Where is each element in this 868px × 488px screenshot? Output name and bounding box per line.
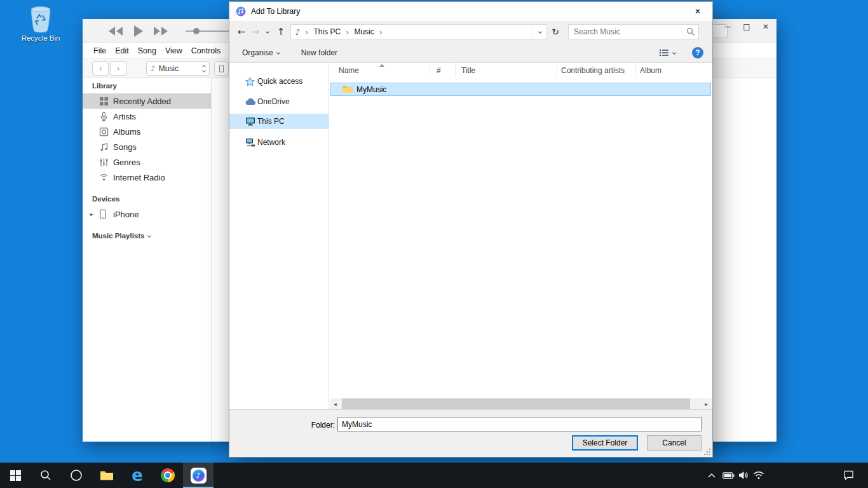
select-folder-button[interactable]: Select Folder — [572, 435, 638, 451]
itunes-maximize-icon[interactable]: □ — [737, 20, 756, 33]
column-header-title[interactable]: Title — [456, 63, 557, 78]
sidebar-item-internet-radio[interactable]: Internet Radio — [83, 170, 211, 185]
sidebar-item-songs[interactable]: Songs — [83, 139, 211, 154]
dialog-titlebar[interactable]: Add To Library ✕ — [229, 2, 712, 21]
music-note-icon — [99, 142, 109, 152]
itunes-back-button[interactable]: ‹ — [92, 61, 109, 76]
column-header-album[interactable]: Album — [636, 63, 712, 78]
breadcrumb-this-pc[interactable]: This PC — [314, 27, 341, 36]
sidebar-item-artists[interactable]: Artists — [83, 109, 211, 124]
nav-item-quick-access[interactable]: Quick access — [229, 74, 329, 89]
tray-volume-button[interactable] — [736, 463, 751, 488]
itunes-forward-button[interactable]: › — [110, 61, 126, 76]
organise-button[interactable]: Organise — [242, 48, 280, 57]
scroll-left-icon[interactable]: ◂ — [330, 398, 341, 409]
address-bar[interactable]: ♪ › This PC › Music › — [290, 24, 547, 39]
menu-controls[interactable]: Controls — [191, 46, 221, 55]
back-icon[interactable]: ← — [236, 26, 247, 37]
menu-edit[interactable]: Edit — [115, 46, 129, 55]
play-button[interactable] — [133, 25, 143, 37]
sidebar-item-iphone[interactable]: ▸ iPhone — [83, 207, 211, 222]
volume-slider[interactable] — [186, 30, 231, 32]
taskbar-search-button[interactable] — [31, 463, 61, 488]
crumb-separator: › — [379, 27, 383, 37]
folder-icon — [100, 470, 114, 481]
chrome-button[interactable] — [153, 463, 183, 488]
crumb-separator: › — [346, 27, 349, 37]
itunes-sidebar: Library Recently Added Artists Albums So… — [83, 78, 212, 442]
folder-name-input[interactable] — [337, 417, 702, 431]
search-icon[interactable] — [686, 27, 695, 36]
forward-icon[interactable]: → — [250, 26, 261, 37]
media-kind-stepper[interactable] — [203, 65, 205, 72]
column-header-name[interactable]: Name — [330, 63, 430, 78]
search-input[interactable] — [569, 25, 683, 38]
wifi-icon — [753, 471, 764, 480]
recent-locations-chevron-icon[interactable] — [266, 30, 269, 34]
menu-view[interactable]: View — [165, 46, 182, 55]
up-icon[interactable]: ↑ — [275, 26, 287, 37]
search-box[interactable] — [568, 24, 699, 39]
cortana-button[interactable] — [61, 463, 92, 488]
sidebar-item-genres[interactable]: Genres — [83, 154, 211, 170]
fast-forward-button[interactable] — [153, 27, 168, 36]
media-kind-value: Music — [159, 64, 179, 73]
device-button[interactable] — [214, 61, 229, 76]
recycle-bin-shortcut[interactable]: Recycle Bin — [17, 5, 65, 42]
expander-icon[interactable]: ▸ — [90, 211, 93, 217]
chevron-up-icon — [707, 473, 716, 478]
battery-icon — [722, 472, 735, 479]
folder-icon — [342, 85, 353, 93]
dialog-title: Add To Library — [251, 7, 300, 16]
change-view-button[interactable] — [659, 48, 675, 57]
volume-slider-knob[interactable] — [193, 28, 200, 34]
speaker-icon — [738, 471, 749, 480]
tray-expand-button[interactable] — [704, 463, 719, 488]
column-header-number[interactable]: # — [430, 63, 456, 78]
action-center-button[interactable] — [839, 463, 858, 488]
menu-song[interactable]: Song — [138, 46, 156, 55]
chrome-icon — [161, 468, 175, 482]
menu-file[interactable]: File — [93, 46, 106, 55]
new-folder-button[interactable]: New folder — [301, 48, 337, 57]
edge-button[interactable]: e — [122, 463, 153, 488]
help-button[interactable]: ? — [692, 47, 703, 58]
rewind-button[interactable] — [108, 27, 123, 36]
sidebar-item-recently-added[interactable]: Recently Added — [83, 93, 211, 109]
edge-icon: e — [132, 467, 143, 484]
column-header-contributing-artists[interactable]: Contributing artists — [557, 63, 636, 78]
media-kind-select[interactable]: ♪ Music — [146, 61, 210, 76]
sliders-icon — [99, 158, 109, 167]
monitor-icon — [245, 117, 255, 126]
sidebar-item-albums[interactable]: Albums — [83, 124, 211, 139]
itunes-button[interactable]: ♪ — [183, 463, 214, 488]
horizontal-scrollbar[interactable]: ◂ ▸ — [330, 398, 712, 409]
file-row-mymusic[interactable]: MyMusic — [330, 83, 711, 96]
nav-item-this-pc[interactable]: This PC — [229, 114, 329, 129]
itunes-app-icon — [236, 6, 246, 17]
start-button[interactable] — [0, 463, 31, 488]
breadcrumb-music[interactable]: Music — [354, 27, 374, 36]
nav-item-network[interactable]: Network — [229, 135, 329, 150]
address-dropdown-icon[interactable] — [532, 25, 546, 39]
scroll-right-icon[interactable]: ▸ — [701, 398, 712, 409]
itunes-close-icon[interactable]: ✕ — [756, 20, 775, 33]
nav-item-onedrive[interactable]: OneDrive — [229, 94, 329, 109]
dialog-nav-band: ← → ↑ ♪ › This PC › Music › ↻ — [229, 21, 712, 43]
resize-grip[interactable] — [703, 447, 710, 455]
file-explorer-button[interactable] — [92, 463, 122, 488]
scrollbar-thumb[interactable] — [342, 398, 690, 409]
dialog-close-icon[interactable]: ✕ — [683, 2, 712, 20]
itunes-minimize-icon[interactable]: — — [718, 20, 737, 33]
tray-battery-button[interactable] — [721, 463, 736, 488]
iphone-icon — [99, 209, 107, 219]
cancel-button[interactable]: Cancel — [647, 435, 702, 451]
dialog-body: Quick access OneDrive This PC Network Na… — [229, 63, 712, 409]
music-playlists-header[interactable]: Music Playlists — [83, 222, 211, 243]
scrollbar-track[interactable] — [341, 398, 701, 409]
cloud-icon — [245, 98, 257, 105]
dialog-toolbar: Organise New folder ? — [229, 43, 712, 63]
tray-network-button[interactable] — [751, 463, 766, 488]
refresh-icon[interactable]: ↻ — [547, 24, 564, 39]
taskbar: e ♪ — [0, 463, 868, 488]
